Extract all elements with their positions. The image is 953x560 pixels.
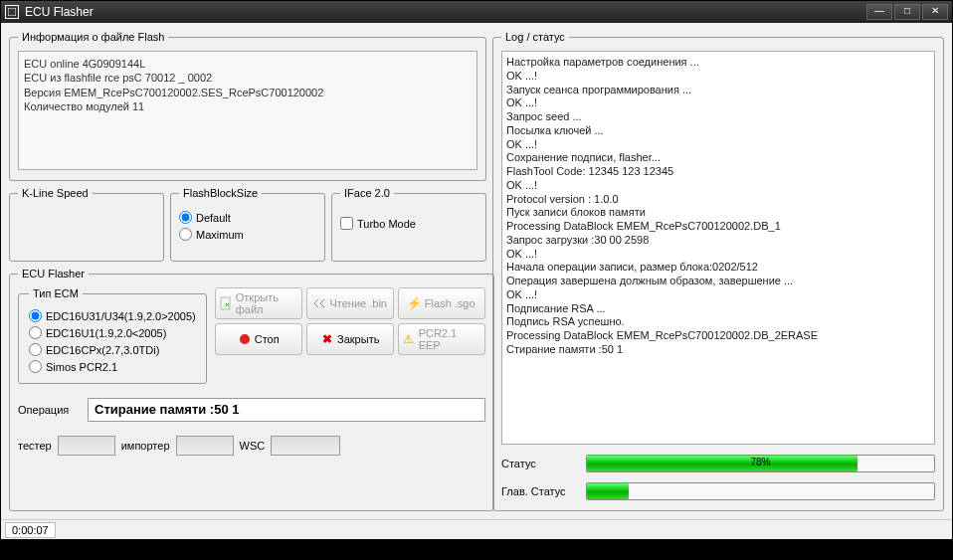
svg-rect-0: [8, 8, 16, 16]
button-label: PCR2.1 EEP: [419, 327, 481, 351]
turbo-mode-label: Turbo Mode: [357, 218, 416, 230]
log-legend: Log / статус: [501, 31, 569, 43]
flash-info-text: ECU online 4G0909144L ECU из flashfile r…: [18, 51, 477, 170]
flash-info-legend: Информация о файле Flash: [18, 31, 168, 43]
close-window-button[interactable]: ✕: [922, 4, 948, 20]
wsc-label: WSC: [240, 440, 266, 452]
tester-input[interactable]: [58, 436, 115, 456]
flashblocksize-group: FlashBlockSize Default Maximum: [170, 187, 325, 262]
file-icon: [219, 296, 233, 310]
flash-info-line: Версия EMEM_RcePsC700120002.SES_RcePsC70…: [24, 86, 472, 99]
stop-icon: [238, 332, 252, 346]
tester-label: тестер: [18, 440, 52, 452]
window-title: ECU Flasher: [25, 5, 866, 19]
ecm-option-1[interactable]: [29, 326, 42, 339]
ecu-flasher-legend: ECU Flasher: [18, 268, 89, 280]
ecm-option-label: Simos PCR2.1: [46, 361, 117, 373]
ecm-option-0[interactable]: [29, 309, 42, 322]
importer-label: импортер: [121, 440, 170, 452]
main-status-progress: [586, 482, 935, 500]
status-progress: 78%: [586, 455, 935, 472]
flash-info-line: Количество модулей 11: [24, 99, 472, 113]
app-window: ECU Flasher — □ ✕ Информация о файле Fla…: [0, 0, 953, 540]
ecm-option-label: EDC16CPx(2.7,3.0TDi): [46, 344, 159, 356]
kline-speed-group: K-Line Speed: [9, 187, 164, 262]
ecm-type-legend: Тип ECM: [29, 287, 83, 299]
open-file-button[interactable]: Открыть файл: [215, 287, 302, 319]
ecm-option-2[interactable]: [29, 343, 42, 356]
ecm-option-3[interactable]: [29, 360, 42, 373]
status-percent: 78%: [750, 457, 770, 467]
button-label: Закрыть: [337, 333, 379, 345]
read-bin-button[interactable]: Чтение .bin: [306, 287, 394, 319]
minimize-button[interactable]: —: [866, 4, 892, 20]
main-status-label: Глав. Статус: [501, 485, 576, 497]
iface-legend: IFace 2.0: [340, 187, 394, 199]
flash-sgo-button[interactable]: ⚡ Flash .sgo: [398, 287, 485, 319]
warning-icon: ⚠: [402, 332, 416, 346]
turbo-mode-checkbox[interactable]: [340, 217, 353, 230]
status-bar: 0:00:07: [1, 519, 952, 539]
button-label: Открыть файл: [236, 291, 298, 315]
read-icon: [312, 296, 326, 310]
fbs-default-radio[interactable]: [179, 211, 192, 224]
button-label: Стоп: [255, 333, 280, 345]
titlebar: ECU Flasher — □ ✕: [1, 1, 952, 23]
fbs-legend: FlashBlockSize: [179, 187, 262, 199]
ecm-option-label: EDC16U1(1.9,2.0<2005): [46, 327, 166, 339]
button-label: Flash .sgo: [425, 297, 476, 309]
importer-input[interactable]: [176, 436, 234, 456]
flash-info-line: ECU из flashfile rce psC 70012 _ 0002: [24, 71, 472, 85]
button-label: Чтение .bin: [329, 297, 387, 309]
ecm-type-group: Тип ECM EDC16U31/U34(1.9,2.0>2005) EDC16…: [18, 287, 207, 384]
log-output: Настройка параметров соединения ... OK .…: [501, 51, 935, 445]
stop-button[interactable]: Стоп: [215, 323, 302, 355]
kline-legend: K-Line Speed: [18, 187, 93, 199]
fbs-maximum-label: Maximum: [196, 229, 244, 241]
app-icon: [5, 5, 19, 19]
flash-icon: ⚡: [408, 296, 422, 310]
log-status-group: Log / статус Настройка параметров соедин…: [492, 31, 944, 511]
pcr-eep-button[interactable]: ⚠ PCR2.1 EEP: [398, 323, 485, 355]
close-icon: ✖: [320, 332, 334, 346]
svg-point-2: [240, 334, 250, 344]
close-button[interactable]: ✖ Закрыть: [306, 323, 394, 355]
status-progress-bar: [587, 456, 858, 471]
fbs-maximum-radio[interactable]: [179, 228, 192, 241]
ecu-flasher-group: ECU Flasher Тип ECM EDC16U31/U34(1.9,2.0…: [9, 268, 494, 511]
operation-label: Операция: [18, 404, 80, 416]
elapsed-time: 0:00:07: [5, 522, 56, 538]
operation-field: Стирание памяти :50 1: [88, 398, 485, 422]
ecm-option-label: EDC16U31/U34(1.9,2.0>2005): [46, 310, 196, 322]
main-status-progress-bar: [587, 483, 629, 499]
status-label: Статус: [501, 458, 576, 469]
wsc-input[interactable]: [271, 436, 340, 456]
flash-info-line: ECU online 4G0909144L: [24, 57, 472, 71]
flash-info-group: Информация о файле Flash ECU online 4G09…: [9, 31, 486, 181]
maximize-button[interactable]: □: [894, 4, 920, 20]
fbs-default-label: Default: [196, 212, 231, 224]
iface-group: IFace 2.0 Turbo Mode: [331, 187, 486, 262]
